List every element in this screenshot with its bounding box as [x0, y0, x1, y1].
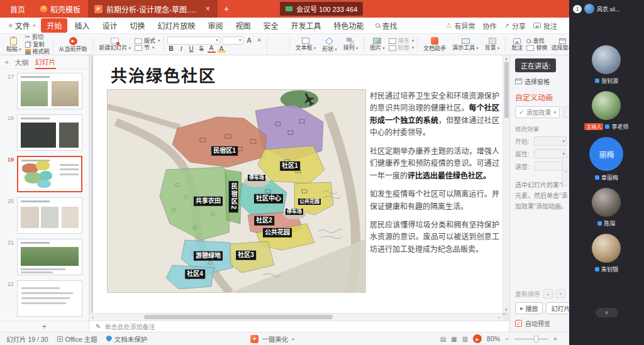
slide-thumbnail-18[interactable]: 18	[0, 112, 89, 153]
home-tab[interactable]: 首页	[3, 0, 33, 18]
scrollbar-thumb[interactable]	[144, 315, 333, 319]
vertical-scrollbar[interactable]: ▲ ▼	[502, 55, 509, 313]
copy-button[interactable]: 复制	[25, 41, 50, 48]
sorter-view-button[interactable]: ▦	[451, 336, 457, 342]
play-animation-button[interactable]: ▶ 播放	[515, 302, 543, 314]
add-slide-button[interactable]: +	[0, 320, 89, 332]
menu-tab-安全[interactable]: 安全	[257, 18, 284, 33]
tab-outline[interactable]: 大纲	[15, 57, 29, 67]
property-select[interactable]: ▾	[534, 149, 567, 158]
background-button[interactable]: 背景▾	[482, 36, 502, 52]
normal-view-button[interactable]: ▤	[440, 336, 446, 342]
numbered-list-button[interactable]	[275, 43, 277, 44]
scroll-up-icon[interactable]: ▲	[504, 57, 508, 60]
slide-title[interactable]: 共治绿色社区	[111, 63, 216, 86]
participant-李老师[interactable]: 主持人李老师	[584, 91, 628, 131]
theme-button[interactable]: Office 主题	[57, 334, 97, 344]
participant-张钊源[interactable]: 张钊源	[592, 45, 621, 85]
format-painter-button[interactable]: 格式刷	[25, 48, 50, 55]
indent-decrease-button[interactable]	[279, 43, 282, 44]
slide-thumbnail-22[interactable]: 22	[0, 278, 89, 319]
menu-tab-插入[interactable]: 插入	[69, 18, 95, 33]
textbox-button[interactable]: 文本框▾	[293, 36, 319, 52]
docer-template-tab[interactable]: 稻壳模板	[33, 0, 88, 18]
highlight-button[interactable]: A	[218, 45, 226, 53]
close-tab-icon[interactable]: ×	[204, 4, 211, 13]
participant-章丽梅[interactable]: 丽梅章丽梅	[589, 137, 623, 182]
zoom-out-button[interactable]: −	[505, 335, 509, 342]
font-size-select[interactable]: ▾	[222, 36, 243, 45]
share-button[interactable]: ↗ 分享	[504, 21, 526, 31]
increase-font-button[interactable]: A	[245, 36, 253, 44]
menu-tab-幻灯片放映[interactable]: 幻灯片放映	[152, 18, 201, 33]
notes-bar[interactable]: ✎ 单击此处添加备注	[89, 320, 509, 332]
participant-朱钊锦[interactable]: 朱钊锦	[592, 234, 621, 273]
participant-陈琛[interactable]: 陈琛	[592, 188, 621, 227]
bold-button[interactable]: B	[167, 45, 175, 53]
scroll-down-icon[interactable]: ▼	[504, 308, 508, 312]
section-button[interactable]: 节▾	[135, 45, 160, 51]
layout-button[interactable]: 版式▾	[135, 38, 160, 44]
sync-status-button[interactable]: ⚠ 有异常	[446, 21, 475, 31]
align-left-button[interactable]	[270, 45, 273, 46]
bullet-list-button[interactable]	[270, 43, 273, 44]
slide-thumbnail-17[interactable]: 17	[0, 70, 89, 112]
menu-tab-切换[interactable]: 切换	[124, 18, 150, 33]
protection-status[interactable]: 文档未保护	[106, 334, 148, 344]
zoom-slider-knob[interactable]	[534, 336, 538, 342]
scrollbar-thumb[interactable]	[504, 62, 509, 118]
comment-button[interactable]: 批注	[533, 21, 557, 31]
document-tab[interactable]: P 前期分析-设计理念-草图.pptx ×	[88, 0, 218, 18]
present-tools-button[interactable]: 演示工具▾	[450, 37, 481, 52]
outline-button[interactable]: 轮廓▾	[389, 45, 414, 51]
font-color-button[interactable]: A	[208, 45, 216, 53]
scroll-left-icon[interactable]: ‹	[92, 314, 94, 320]
zoom-slider[interactable]	[514, 338, 548, 340]
tab-slides[interactable]: 幻灯片	[35, 55, 56, 69]
justify-button[interactable]	[284, 45, 286, 46]
menu-tab-开发工具[interactable]: 开发工具	[286, 18, 327, 33]
zoom-in-button[interactable]: +	[553, 335, 557, 342]
horizontal-scrollbar[interactable]: ‹ ›	[89, 313, 502, 320]
paste-button[interactable]: 粘贴▾	[4, 36, 24, 53]
shapes-button[interactable]: 形状▾	[319, 36, 340, 53]
menu-tab-特色功能[interactable]: 特色功能	[328, 18, 370, 33]
decrease-font-button[interactable]: A	[255, 36, 264, 44]
collapse-panel-icon[interactable]: «	[5, 59, 9, 65]
move-down-button[interactable]: ▼	[556, 289, 565, 298]
slide-thumbnail-19[interactable]: 19	[0, 153, 89, 195]
collapse-participants-button[interactable]: ∨	[596, 308, 618, 317]
community-map[interactable]: 民宿区1社区1停车场共享农田民宿区2社区中心公共花园停车场社区2公共花园游憩绿地…	[107, 89, 366, 293]
slideshow-play-button[interactable]: ▶	[473, 334, 482, 343]
ribbon-comment-button[interactable]: 批注	[509, 37, 525, 52]
find-button[interactable]: 查找	[526, 38, 547, 44]
strikethrough-button[interactable]: S	[197, 45, 206, 53]
new-slide-button[interactable]: 新建幻灯片▾	[97, 36, 134, 52]
panel-collapse-handle[interactable]: ‹	[562, 157, 569, 186]
meeting-id-badge[interactable]: 会议号 100 233 464	[279, 1, 364, 16]
collab-button[interactable]: 协作	[483, 21, 497, 31]
menu-find-button[interactable]: 查找	[370, 20, 402, 31]
menu-tab-设计[interactable]: 设计	[96, 18, 123, 33]
reading-view-button[interactable]: ▥	[462, 336, 468, 342]
cut-button[interactable]: ✂剪切	[25, 34, 50, 40]
beautify-button[interactable]: 一键美化 ▴	[250, 334, 294, 344]
replace-button[interactable]: 替换	[526, 45, 547, 51]
scroll-right-icon[interactable]: ›	[498, 314, 500, 320]
picture-button[interactable]: 图片▾	[367, 36, 387, 52]
align-right-button[interactable]	[279, 45, 282, 46]
font-family-select[interactable]: ▾	[167, 36, 220, 45]
slide-canvas[interactable]: 共治绿色社区	[89, 55, 509, 320]
play-from-current-button[interactable]: ▶ 从当前开始	[57, 36, 90, 53]
slide-thumbnail-21[interactable]: 21	[0, 236, 89, 278]
align-center-button[interactable]	[275, 45, 277, 46]
slide-19[interactable]: 共治绿色社区	[93, 55, 506, 313]
start-select[interactable]: ▾	[534, 136, 567, 146]
slide-thumbnail-20[interactable]: 20	[0, 195, 89, 236]
italic-button[interactable]: I	[177, 45, 186, 53]
menu-tab-开始[interactable]: 开始	[41, 18, 67, 33]
file-menu[interactable]: ≡ 文件 ▾	[4, 19, 40, 32]
add-effect-button[interactable]: ✓ 添加效果 ▾	[515, 106, 560, 118]
menu-tab-审阅[interactable]: 审阅	[202, 18, 228, 33]
menu-tab-视图[interactable]: 视图	[230, 18, 256, 33]
